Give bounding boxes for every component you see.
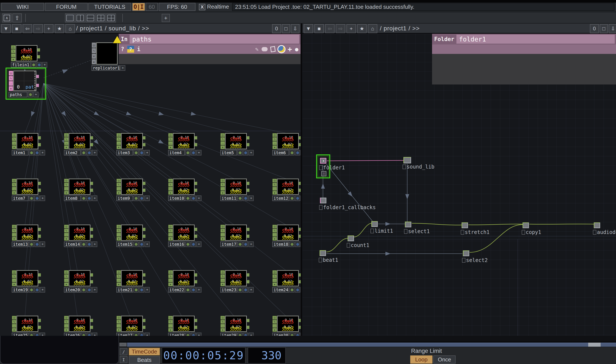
expand-icon[interactable]: ✦ bbox=[249, 287, 254, 293]
node-flag-icon[interactable]: ◎ bbox=[273, 225, 277, 228]
render-flag[interactable] bbox=[29, 333, 34, 336]
node-item27[interactable]: ◎ϟ→●-0.10chan10.02chan2item27✦ bbox=[116, 316, 150, 336]
render-flag[interactable] bbox=[289, 150, 295, 156]
expand-icon[interactable]: ✦ bbox=[144, 150, 150, 156]
node-flag-icon[interactable]: → bbox=[12, 233, 16, 236]
node-flag-icon[interactable]: → bbox=[64, 187, 68, 191]
output-connector[interactable] bbox=[91, 234, 93, 238]
render-flag[interactable] bbox=[81, 195, 86, 201]
expand-icon[interactable]: ✦ bbox=[92, 150, 97, 156]
node-flag-icon[interactable]: ϟ bbox=[11, 49, 15, 53]
expand-icon[interactable]: ✦ bbox=[196, 195, 201, 201]
layout-preset-3[interactable] bbox=[86, 13, 95, 23]
node-flag-icon[interactable]: ◎ bbox=[117, 179, 121, 182]
output-connector[interactable] bbox=[299, 182, 301, 185]
pencil-icon[interactable]: ✎ bbox=[255, 46, 259, 52]
comment-icon[interactable] bbox=[262, 47, 268, 51]
node-name-label[interactable]: item9 bbox=[116, 195, 133, 201]
display-flag[interactable] bbox=[139, 287, 144, 293]
network-editor-sound-lib[interactable]: ◎ϟ→●-0.10chan10.02chan2item1✦◎ϟ→●-0.10ch… bbox=[0, 34, 301, 336]
output-connector[interactable] bbox=[247, 189, 249, 192]
node-flag-icon[interactable]: → bbox=[11, 53, 15, 57]
node-item18[interactable]: ◎ϟ→●-0.10chan10.02chan2item18✦ bbox=[272, 225, 301, 247]
node-select2[interactable] bbox=[463, 250, 469, 256]
node-flag-icon[interactable]: ● bbox=[273, 237, 277, 241]
node-flag-icon[interactable]: ◎ bbox=[221, 270, 225, 274]
node-name-label[interactable]: item10 bbox=[168, 195, 185, 201]
node-name-label[interactable]: beat1 bbox=[319, 257, 338, 263]
node-flag-icon[interactable]: ✕ bbox=[92, 54, 96, 59]
expand-icon[interactable]: ✦ bbox=[301, 150, 301, 156]
node-name-label[interactable]: item4 bbox=[168, 150, 185, 156]
node-name-label[interactable]: stretch1 bbox=[461, 229, 490, 235]
render-flag[interactable] bbox=[81, 333, 86, 336]
expand-icon[interactable]: ✦ bbox=[301, 241, 301, 247]
render-flag[interactable] bbox=[289, 241, 295, 247]
dot-icon[interactable]: ● bbox=[295, 46, 298, 52]
node-item26[interactable]: ◎ϟ→●-0.10chan10.02chan2item26✦ bbox=[64, 316, 97, 336]
node-flag-icon[interactable]: ● bbox=[221, 283, 225, 286]
node-flag-icon[interactable]: ● bbox=[117, 328, 121, 332]
node-flag-icon[interactable]: ● bbox=[12, 191, 16, 195]
node-item28[interactable]: ◎ϟ→●-0.10chan10.02chan2item28✦ bbox=[168, 316, 201, 336]
node-name-label[interactable]: select2 bbox=[462, 257, 488, 263]
node-name-label[interactable]: item11 bbox=[220, 195, 237, 201]
operator-name-field[interactable]: folder1 bbox=[457, 35, 615, 44]
node-flag-icon[interactable]: ● bbox=[117, 283, 121, 286]
node-flag-icon[interactable]: → bbox=[273, 141, 277, 145]
node-flag-icon[interactable]: ϟ bbox=[12, 320, 16, 324]
node-flag-icon[interactable]: ● bbox=[273, 191, 277, 195]
node-name-label[interactable]: item12 bbox=[272, 195, 289, 201]
node-item11[interactable]: ◎ϟ→●-0.10chan10.02chan2item11✦ bbox=[220, 179, 254, 201]
node-flag-icon[interactable]: ● bbox=[221, 145, 225, 149]
node-name-label[interactable]: item7 bbox=[12, 195, 28, 201]
node-name-label[interactable]: replicator1 bbox=[92, 65, 120, 71]
expand-icon[interactable]: ✦ bbox=[196, 241, 201, 247]
right-pane-stop-icon[interactable]: ■ bbox=[315, 24, 324, 33]
render-flag[interactable] bbox=[185, 241, 190, 247]
node-flag-icon[interactable]: ◎ bbox=[168, 133, 173, 137]
node-flag-icon[interactable]: ◎ bbox=[168, 316, 173, 320]
node-flag-icon[interactable]: → bbox=[168, 233, 173, 236]
beats-mode-button[interactable]: Beats bbox=[129, 356, 160, 364]
node-flag-icon[interactable]: → bbox=[64, 278, 68, 282]
expand-icon[interactable]: ✦ bbox=[196, 333, 201, 336]
node-flag-icon[interactable]: ◎ bbox=[168, 179, 173, 182]
export-icon[interactable]: ⇪ bbox=[13, 13, 22, 23]
render-flag[interactable] bbox=[289, 287, 295, 293]
node-name-label[interactable]: item2 bbox=[64, 150, 81, 156]
node-item29[interactable]: ◎ϟ→●-0.10chan10.02chan2item29✦ bbox=[220, 316, 254, 336]
node-flag-icon[interactable]: ◎ bbox=[168, 225, 173, 228]
render-flag[interactable] bbox=[237, 241, 243, 247]
render-flag[interactable] bbox=[31, 62, 36, 68]
left-pane-home-icon[interactable]: ⌂ bbox=[66, 24, 75, 33]
node-flag-icon[interactable]: ● bbox=[273, 328, 277, 332]
node-flag-icon[interactable]: → bbox=[64, 141, 68, 145]
right-pane-add-icon[interactable]: + bbox=[346, 24, 356, 33]
output-connector[interactable] bbox=[299, 280, 301, 283]
output-connector[interactable] bbox=[299, 143, 301, 146]
node-beat1[interactable] bbox=[320, 250, 326, 256]
expand-icon[interactable]: ✦ bbox=[144, 333, 150, 336]
node-flag-icon[interactable]: ◎ bbox=[12, 270, 16, 274]
output-connector[interactable] bbox=[195, 234, 197, 238]
right-pane-back-icon[interactable]: ⇦ bbox=[325, 24, 335, 33]
scroll-thumb[interactable] bbox=[588, 343, 601, 347]
node-item17[interactable]: ◎ϟ→●-0.10chan10.02chan2item17✦ bbox=[220, 225, 254, 247]
node-flag-icon[interactable]: ϟ bbox=[221, 137, 225, 141]
node-flag-icon[interactable]: ◎ bbox=[64, 270, 68, 274]
node-flag-icon[interactable]: → bbox=[117, 324, 121, 328]
output-connector[interactable] bbox=[38, 273, 41, 276]
node-select1[interactable] bbox=[405, 221, 411, 227]
display-flag[interactable] bbox=[87, 333, 92, 336]
node-flag-icon[interactable]: ● bbox=[273, 145, 277, 149]
node-name-label[interactable]: item6 bbox=[272, 150, 289, 156]
node-name-label[interactable]: sound_lib bbox=[403, 164, 434, 170]
node-flag-icon[interactable]: → bbox=[221, 233, 225, 236]
left-pane-path[interactable]: / project1 / sound_lib / >> bbox=[76, 25, 149, 32]
bar-button[interactable]: I bbox=[120, 356, 128, 363]
node-item14[interactable]: ◎ϟ→●-0.10chan10.02chan2item14✦ bbox=[64, 225, 97, 247]
layout-preset-2[interactable] bbox=[75, 13, 85, 23]
node-flag-icon[interactable]: ◎ bbox=[221, 225, 225, 228]
render-flag[interactable] bbox=[28, 92, 33, 97]
